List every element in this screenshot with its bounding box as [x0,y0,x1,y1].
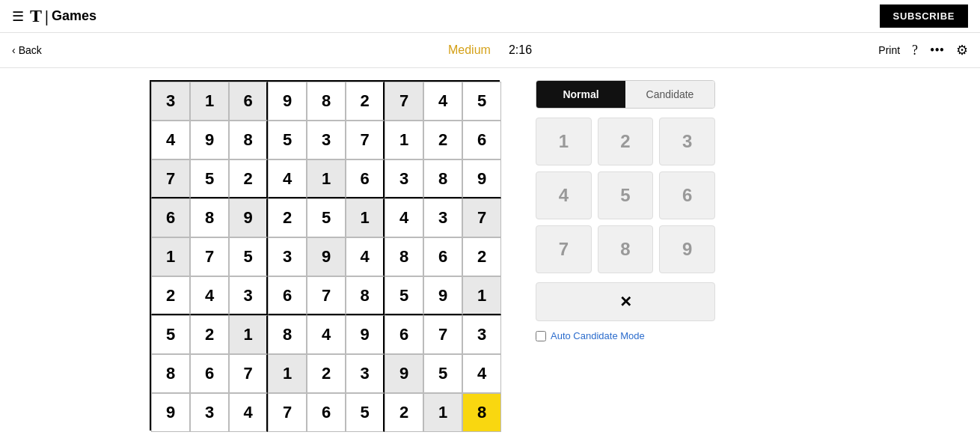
sudoku-cell[interactable]: 1 [151,237,190,276]
sudoku-cell[interactable]: 6 [229,82,268,121]
sudoku-cell[interactable]: 4 [229,393,268,432]
sudoku-cell[interactable]: 6 [462,121,501,159]
sudoku-cell[interactable]: 6 [423,237,462,276]
sudoku-cell[interactable]: 8 [346,276,385,315]
auto-candidate-checkbox[interactable] [536,331,546,341]
sudoku-cell[interactable]: 2 [423,121,462,159]
sudoku-cell[interactable]: 9 [423,276,462,315]
sudoku-cell[interactable]: 5 [190,159,229,198]
numpad-button-1[interactable]: 1 [536,118,592,165]
subscribe-button[interactable]: SUBSCRIBE [880,4,968,28]
sudoku-cell[interactable]: 2 [346,82,385,121]
sudoku-cell[interactable]: 8 [423,159,462,198]
sudoku-cell[interactable]: 3 [307,121,346,159]
sudoku-cell[interactable]: 3 [462,315,501,354]
sudoku-cell[interactable]: 4 [423,82,462,121]
sudoku-cell[interactable]: 4 [462,354,501,393]
sudoku-cell[interactable]: 6 [307,393,346,432]
sudoku-cell[interactable]: 1 [423,393,462,432]
sudoku-cell[interactable]: 8 [307,82,346,121]
sudoku-cell[interactable]: 7 [346,121,385,159]
sudoku-cell[interactable]: 1 [346,198,385,237]
numpad-button-8[interactable]: 8 [598,225,654,273]
sudoku-cell[interactable]: 5 [229,237,268,276]
sudoku-cell[interactable]: 6 [385,315,423,354]
sudoku-cell[interactable]: 1 [462,276,501,315]
sudoku-cell[interactable]: 4 [190,276,229,315]
sudoku-cell[interactable]: 9 [385,354,423,393]
numpad-button-7[interactable]: 7 [536,225,592,273]
numpad-button-6[interactable]: 6 [659,171,715,219]
help-icon[interactable]: ? [912,43,918,58]
auto-candidate-label[interactable]: Auto Candidate Mode [536,330,715,341]
numpad-button-3[interactable]: 3 [659,118,715,165]
sudoku-cell[interactable]: 2 [462,237,501,276]
sudoku-cell[interactable]: 8 [462,393,501,432]
sudoku-cell[interactable]: 2 [385,393,423,432]
sudoku-cell[interactable]: 2 [190,315,229,354]
sudoku-cell[interactable]: 3 [423,198,462,237]
sudoku-cell[interactable]: 2 [151,276,190,315]
sudoku-cell[interactable]: 5 [385,276,423,315]
sudoku-cell[interactable]: 5 [423,354,462,393]
sudoku-cell[interactable]: 1 [190,82,229,121]
numpad-button-9[interactable]: 9 [659,225,715,273]
sudoku-cell[interactable]: 9 [346,315,385,354]
sudoku-cell[interactable]: 1 [385,121,423,159]
sudoku-cell[interactable]: 6 [151,198,190,237]
sudoku-cell[interactable]: 2 [229,159,268,198]
sudoku-cell[interactable]: 4 [307,315,346,354]
sudoku-cell[interactable]: 5 [346,393,385,432]
sudoku-cell[interactable]: 3 [229,276,268,315]
sudoku-cell[interactable]: 2 [268,198,307,237]
sudoku-cell[interactable]: 6 [268,276,307,315]
back-button[interactable]: ‹ Back [12,44,42,56]
sudoku-cell[interactable]: 9 [151,393,190,432]
sudoku-cell[interactable]: 9 [307,237,346,276]
sudoku-cell[interactable]: 3 [190,393,229,432]
sudoku-cell[interactable]: 4 [151,121,190,159]
print-button[interactable]: Print [878,44,900,56]
settings-icon[interactable]: ⚙ [956,42,968,58]
sudoku-cell[interactable]: 7 [190,237,229,276]
sudoku-cell[interactable]: 9 [190,121,229,159]
sudoku-grid[interactable]: 3169827454985371267524163896892514371753… [150,80,500,431]
sudoku-cell[interactable]: 7 [229,354,268,393]
sudoku-cell[interactable]: 5 [307,198,346,237]
sudoku-cell[interactable]: 6 [190,354,229,393]
sudoku-cell[interactable]: 6 [346,159,385,198]
sudoku-cell[interactable]: 3 [151,82,190,121]
sudoku-cell[interactable]: 7 [385,82,423,121]
sudoku-cell[interactable]: 4 [346,237,385,276]
sudoku-cell[interactable]: 8 [229,121,268,159]
sudoku-cell[interactable]: 7 [268,393,307,432]
sudoku-cell[interactable]: 8 [190,198,229,237]
sudoku-cell[interactable]: 9 [462,159,501,198]
sudoku-cell[interactable]: 9 [268,82,307,121]
sudoku-cell[interactable]: 3 [268,237,307,276]
sudoku-cell[interactable]: 1 [307,159,346,198]
sudoku-cell[interactable]: 8 [268,315,307,354]
sudoku-cell[interactable]: 4 [268,159,307,198]
sudoku-cell[interactable]: 1 [268,354,307,393]
sudoku-cell[interactable]: 2 [307,354,346,393]
sudoku-cell[interactable]: 8 [151,354,190,393]
sudoku-cell[interactable]: 7 [307,276,346,315]
sudoku-cell[interactable]: 5 [268,121,307,159]
numpad-button-4[interactable]: 4 [536,171,592,219]
sudoku-cell[interactable]: 7 [423,315,462,354]
numpad-button-5[interactable]: 5 [598,171,654,219]
sudoku-cell[interactable]: 7 [151,159,190,198]
sudoku-cell[interactable]: 3 [385,159,423,198]
sudoku-cell[interactable]: 5 [151,315,190,354]
sudoku-cell[interactable]: 8 [385,237,423,276]
candidate-mode-button[interactable]: Candidate [625,81,714,108]
sudoku-cell[interactable]: 9 [229,198,268,237]
delete-button[interactable]: ✕ [536,282,715,321]
more-icon[interactable]: ••• [930,43,944,58]
sudoku-cell[interactable]: 4 [385,198,423,237]
sudoku-cell[interactable]: 1 [229,315,268,354]
sudoku-cell[interactable]: 3 [346,354,385,393]
normal-mode-button[interactable]: Normal [536,81,625,108]
numpad-button-2[interactable]: 2 [598,118,654,165]
